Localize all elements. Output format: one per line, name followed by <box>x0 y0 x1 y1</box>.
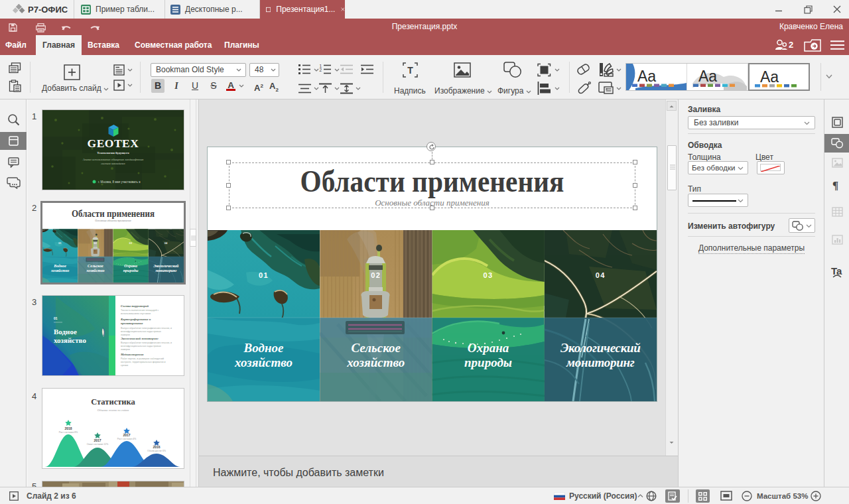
svg-text:GEOTEX: GEOTEX <box>88 137 139 150</box>
svg-text:многофункциональных кадастровы: многофункциональных кадастровых <box>121 330 161 333</box>
svg-text:2: 2 <box>320 68 322 72</box>
svg-text:использованием спутников: использованием спутников <box>121 312 151 315</box>
svg-text:Aa: Aa <box>760 68 779 86</box>
svg-text:T: T <box>407 65 413 76</box>
svg-text:Точность выполнения площадей с: Точность выполнения площадей с <box>121 309 159 312</box>
svg-text:2017: 2017 <box>94 438 101 442</box>
svg-text:Технологии будущего: Технологии будущего <box>97 151 129 155</box>
svg-text:Объем достиг 6%: Объем достиг 6% <box>147 450 166 452</box>
svg-text:контроля, территориальных форм: контроля, территориальных форматов и <box>121 361 166 363</box>
svg-text:Рост составил 4%: Рост составил 4% <box>117 438 136 440</box>
svg-text:Рост составил 8%: Рост составил 8% <box>59 431 78 434</box>
svg-text:Выпуск обработки топографическ: Выпуск обработки топографических планов,… <box>121 342 172 344</box>
svg-text:Съемка территорий: Съемка территорий <box>121 304 149 308</box>
svg-text:Водное: Водное <box>54 328 77 336</box>
svg-text:систем земледелия: систем земледелия <box>101 162 125 165</box>
svg-text:хозяйство: хозяйство <box>54 336 86 344</box>
svg-text:многофункциональных кадастровы: многофункциональных кадастровых <box>121 345 161 347</box>
svg-text:01: 01 <box>54 316 58 320</box>
svg-text:замеров: замеров <box>121 334 130 336</box>
svg-text:срезов: срезов <box>121 364 128 367</box>
svg-text:Анализ использования обширных: Анализ использования обширных ландшафтны… <box>82 158 144 161</box>
svg-text:Медиаизмерения: Медиаизмерения <box>120 353 144 356</box>
svg-text:г. Москва, 8 мая участвовать в: г. Москва, 8 мая участвовать в <box>98 180 141 184</box>
svg-text:Aa: Aa <box>637 68 656 85</box>
svg-text:Aa: Aa <box>698 68 717 85</box>
svg-text:Выпуск обработки топографическ: Выпуск обработки топографических планов,… <box>121 327 172 330</box>
svg-text:Статистика: Статистика <box>91 397 135 407</box>
svg-text:2017: 2017 <box>123 433 130 437</box>
svg-text:проектирование: проектирование <box>121 322 143 325</box>
svg-text:Работ портов, и размеров наблю: Работ портов, и размеров наблюдений <box>121 357 164 360</box>
svg-text:Охват составил 12%: Охват составил 12% <box>87 443 108 446</box>
svg-text:замеров: замеров <box>121 348 130 351</box>
svg-text:Экологический мониторинг: Экологический мониторинг <box>121 337 159 340</box>
svg-text:Картографирование и: Картографирование и <box>120 318 151 321</box>
svg-text:2016: 2016 <box>153 445 160 449</box>
svg-text:Объемы жизни по годам: Объемы жизни по годам <box>98 409 129 412</box>
svg-text:2018: 2018 <box>64 426 72 430</box>
